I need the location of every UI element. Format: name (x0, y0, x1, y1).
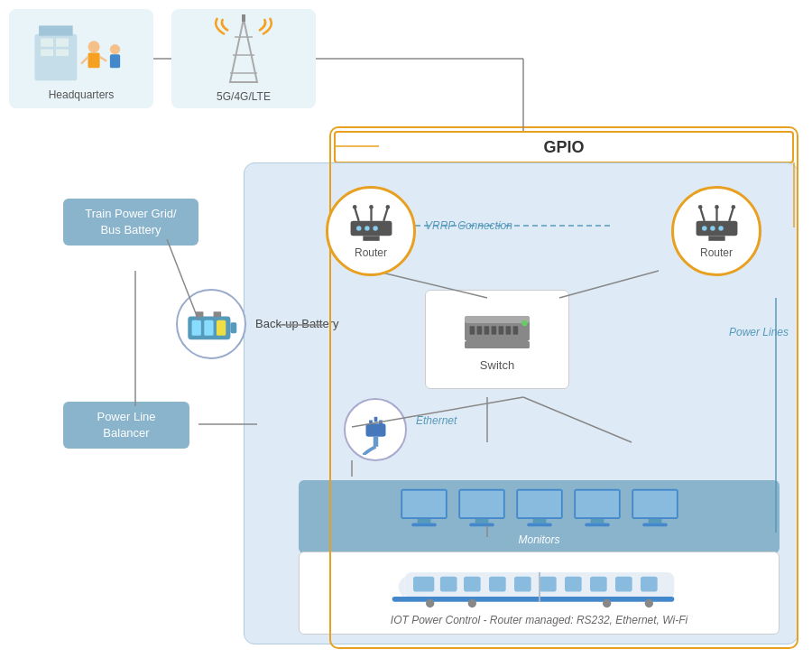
svg-point-54 (702, 226, 707, 231)
svg-rect-92 (648, 519, 661, 524)
svg-rect-76 (417, 519, 430, 524)
svg-rect-102 (590, 577, 607, 592)
main-area: Router Router VRRP Connection (244, 162, 798, 644)
svg-rect-42 (363, 236, 379, 241)
vrrp-label: VRRP Connection (425, 219, 512, 232)
svg-rect-79 (460, 491, 503, 517)
svg-point-51 (715, 204, 719, 209)
hq-illustration (27, 17, 135, 85)
svg-rect-99 (514, 577, 531, 592)
iot-label: IOT Power Control - Router managed: RS23… (391, 614, 687, 626)
power-lines-label: Power Lines (729, 326, 789, 338)
svg-line-36 (355, 208, 359, 221)
router-right-icon (692, 204, 742, 245)
svg-point-66 (521, 320, 527, 325)
svg-point-43 (356, 226, 362, 231)
switch-label: Switch (480, 358, 514, 372)
backup-battery-label: Back-up Battery (255, 316, 339, 332)
svg-rect-67 (465, 341, 530, 348)
svg-rect-60 (477, 326, 483, 335)
svg-rect-103 (615, 577, 632, 592)
svg-rect-100 (540, 577, 557, 592)
svg-rect-23 (56, 49, 69, 56)
svg-rect-98 (489, 577, 506, 592)
monitors-row (399, 487, 680, 529)
svg-rect-20 (41, 38, 53, 46)
gpio-label: GPIO (543, 138, 584, 157)
svg-point-50 (697, 204, 702, 209)
svg-rect-73 (373, 436, 378, 446)
svg-rect-53 (708, 236, 724, 241)
svg-point-55 (710, 226, 715, 231)
train-power-label: Train Power Grid/ Bus Battery (85, 207, 176, 236)
svg-rect-34 (242, 14, 245, 22)
svg-rect-97 (464, 577, 481, 592)
monitors-label: Monitors (518, 533, 559, 546)
svg-rect-61 (484, 326, 490, 335)
diagram-container: Headquarters 5G/4G/LTE GPIO (0, 0, 812, 658)
svg-rect-77 (411, 524, 437, 527)
svg-rect-96 (439, 577, 457, 592)
svg-rect-64 (506, 326, 512, 335)
svg-point-24 (88, 41, 100, 52)
svg-line-26 (81, 57, 88, 64)
hq-label: Headquarters (49, 88, 115, 101)
svg-rect-95 (413, 577, 434, 592)
svg-rect-93 (642, 524, 668, 527)
svg-point-44 (364, 226, 370, 231)
svg-rect-113 (192, 320, 201, 336)
svg-line-49 (729, 208, 734, 221)
battery-icon (184, 300, 238, 348)
lte-box: 5G/4G/LTE (171, 9, 316, 108)
svg-rect-105 (392, 597, 674, 602)
router-left-label: Router (355, 246, 387, 259)
monitor-5 (630, 487, 680, 529)
svg-rect-59 (470, 326, 475, 335)
svg-rect-104 (641, 577, 658, 592)
svg-rect-29 (110, 54, 120, 68)
gpio-box: GPIO (334, 131, 794, 163)
router-right-circle: Router (671, 186, 761, 276)
monitor-1 (399, 487, 449, 529)
train-power-box: Train Power Grid/ Bus Battery (63, 199, 198, 246)
svg-rect-117 (214, 311, 222, 317)
ethernet-icon (351, 405, 401, 455)
svg-point-109 (644, 599, 652, 607)
svg-rect-58 (465, 316, 530, 323)
svg-rect-115 (217, 320, 226, 336)
svg-line-27 (100, 57, 107, 61)
monitor-3 (514, 487, 565, 529)
power-line-balancer-label: Power Line Balancer (97, 410, 155, 440)
ethernet-label: Ethernet (416, 414, 457, 427)
monitors-box: Monitors (299, 480, 780, 553)
svg-rect-91 (633, 491, 677, 517)
svg-rect-89 (585, 524, 610, 527)
svg-line-38 (383, 208, 388, 221)
svg-rect-63 (499, 326, 504, 335)
monitor-4 (572, 487, 623, 529)
ethernet-circle (344, 398, 407, 461)
monitor-2 (457, 487, 507, 529)
svg-rect-72 (374, 416, 377, 422)
svg-rect-112 (230, 322, 236, 333)
svg-rect-84 (532, 519, 546, 524)
svg-rect-85 (527, 524, 552, 527)
svg-rect-21 (56, 38, 69, 46)
svg-rect-75 (402, 491, 446, 517)
svg-rect-88 (590, 519, 604, 524)
svg-line-47 (700, 208, 705, 221)
switch-box: Switch (425, 290, 569, 389)
svg-rect-81 (469, 524, 494, 527)
svg-rect-101 (565, 577, 582, 592)
svg-rect-70 (369, 420, 373, 425)
svg-rect-22 (41, 49, 53, 56)
svg-rect-25 (88, 52, 100, 68)
svg-rect-83 (518, 491, 561, 517)
svg-rect-116 (196, 311, 204, 317)
svg-rect-65 (513, 326, 519, 335)
iot-box: IOT Power Control - Router managed: RS23… (299, 551, 780, 635)
headquarters-box: Headquarters (9, 9, 153, 108)
power-line-balancer-box: Power Line Balancer (63, 402, 189, 449)
svg-point-28 (110, 44, 120, 54)
svg-point-106 (426, 599, 434, 607)
